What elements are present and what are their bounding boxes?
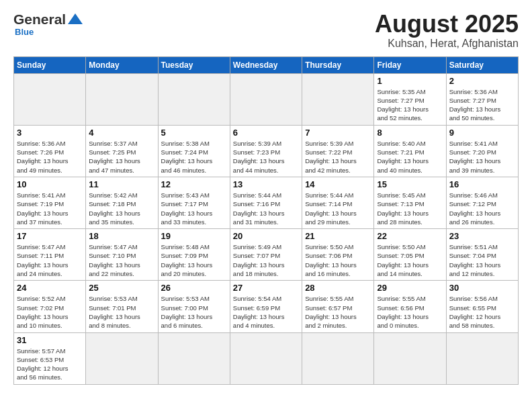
col-sunday: Sunday xyxy=(14,56,86,73)
table-row: 10Sunrise: 5:41 AM Sunset: 7:19 PM Dayli… xyxy=(14,177,86,228)
table-row: 9Sunrise: 5:41 AM Sunset: 7:20 PM Daylig… xyxy=(446,125,518,177)
day-info: Sunrise: 5:55 AM Sunset: 6:57 PM Dayligh… xyxy=(305,294,371,330)
logo-general-text: General xyxy=(13,11,66,28)
day-info: Sunrise: 5:48 AM Sunset: 7:09 PM Dayligh… xyxy=(161,242,227,278)
day-number: 4 xyxy=(89,128,154,138)
table-row xyxy=(86,73,158,125)
day-number: 3 xyxy=(17,128,83,138)
day-number: 27 xyxy=(233,283,299,293)
day-number: 9 xyxy=(449,128,515,138)
page-subtitle: Kuhsan, Herat, Afghanistan xyxy=(375,38,519,50)
day-info: Sunrise: 5:38 AM Sunset: 7:24 PM Dayligh… xyxy=(161,139,227,175)
day-info: Sunrise: 5:39 AM Sunset: 7:22 PM Dayligh… xyxy=(305,139,371,175)
table-row: 6Sunrise: 5:39 AM Sunset: 7:23 PM Daylig… xyxy=(230,125,302,177)
day-info: Sunrise: 5:50 AM Sunset: 7:06 PM Dayligh… xyxy=(305,242,371,278)
day-number: 31 xyxy=(17,335,83,345)
day-info: Sunrise: 5:36 AM Sunset: 7:26 PM Dayligh… xyxy=(17,139,83,175)
day-number: 19 xyxy=(161,231,227,241)
day-number: 17 xyxy=(17,231,83,241)
table-row: 29Sunrise: 5:55 AM Sunset: 6:56 PM Dayli… xyxy=(374,281,446,332)
day-info: Sunrise: 5:53 AM Sunset: 7:00 PM Dayligh… xyxy=(161,294,227,330)
col-tuesday: Tuesday xyxy=(158,56,230,73)
logo-blue-text: Blue xyxy=(15,27,34,37)
table-row: 19Sunrise: 5:48 AM Sunset: 7:09 PM Dayli… xyxy=(158,229,230,281)
table-row: 24Sunrise: 5:52 AM Sunset: 7:02 PM Dayli… xyxy=(14,281,86,332)
day-info: Sunrise: 5:54 AM Sunset: 6:59 PM Dayligh… xyxy=(233,294,299,330)
day-number: 29 xyxy=(377,283,443,293)
table-row: 25Sunrise: 5:53 AM Sunset: 7:01 PM Dayli… xyxy=(86,281,158,332)
table-row xyxy=(374,332,446,384)
logo: General Blue xyxy=(13,11,83,37)
day-info: Sunrise: 5:46 AM Sunset: 7:12 PM Dayligh… xyxy=(449,191,515,226)
day-info: Sunrise: 5:52 AM Sunset: 7:02 PM Dayligh… xyxy=(17,294,83,330)
table-row: 1Sunrise: 5:35 AM Sunset: 7:27 PM Daylig… xyxy=(374,73,446,125)
day-number: 26 xyxy=(161,283,227,293)
calendar: Sunday Monday Tuesday Wednesday Thursday… xyxy=(13,56,519,385)
day-number: 11 xyxy=(89,179,154,189)
table-row: 22Sunrise: 5:50 AM Sunset: 7:05 PM Dayli… xyxy=(374,229,446,281)
table-row: 30Sunrise: 5:56 AM Sunset: 6:55 PM Dayli… xyxy=(446,281,518,332)
table-row xyxy=(230,332,302,384)
day-info: Sunrise: 5:37 AM Sunset: 7:25 PM Dayligh… xyxy=(89,139,154,175)
table-row xyxy=(86,332,158,384)
day-info: Sunrise: 5:40 AM Sunset: 7:21 PM Dayligh… xyxy=(377,139,443,175)
day-number: 24 xyxy=(17,283,83,293)
table-row: 12Sunrise: 5:43 AM Sunset: 7:17 PM Dayli… xyxy=(158,177,230,228)
table-row: 18Sunrise: 5:47 AM Sunset: 7:10 PM Dayli… xyxy=(86,229,158,281)
table-row: 20Sunrise: 5:49 AM Sunset: 7:07 PM Dayli… xyxy=(230,229,302,281)
table-row: 31Sunrise: 5:57 AM Sunset: 6:53 PM Dayli… xyxy=(14,332,86,384)
day-number: 13 xyxy=(233,179,299,189)
day-info: Sunrise: 5:57 AM Sunset: 6:53 PM Dayligh… xyxy=(17,347,83,382)
col-saturday: Saturday xyxy=(446,56,518,73)
day-info: Sunrise: 5:53 AM Sunset: 7:01 PM Dayligh… xyxy=(89,294,154,330)
table-row: 16Sunrise: 5:46 AM Sunset: 7:12 PM Dayli… xyxy=(446,177,518,228)
day-info: Sunrise: 5:41 AM Sunset: 7:20 PM Dayligh… xyxy=(449,139,515,175)
day-info: Sunrise: 5:35 AM Sunset: 7:27 PM Dayligh… xyxy=(377,87,443,123)
day-number: 6 xyxy=(233,128,299,138)
day-info: Sunrise: 5:47 AM Sunset: 7:10 PM Dayligh… xyxy=(89,242,154,278)
day-info: Sunrise: 5:42 AM Sunset: 7:18 PM Dayligh… xyxy=(89,191,154,226)
day-info: Sunrise: 5:44 AM Sunset: 7:14 PM Dayligh… xyxy=(305,191,371,226)
day-number: 10 xyxy=(17,179,83,189)
day-number: 23 xyxy=(449,231,515,241)
day-number: 22 xyxy=(377,231,443,241)
title-block: August 2025 Kuhsan, Herat, Afghanistan xyxy=(375,11,519,50)
day-info: Sunrise: 5:36 AM Sunset: 7:27 PM Dayligh… xyxy=(449,87,515,123)
col-thursday: Thursday xyxy=(302,56,374,73)
table-row xyxy=(14,73,86,125)
day-info: Sunrise: 5:49 AM Sunset: 7:07 PM Dayligh… xyxy=(233,242,299,278)
day-number: 30 xyxy=(449,283,515,293)
table-row: 15Sunrise: 5:45 AM Sunset: 7:13 PM Dayli… xyxy=(374,177,446,228)
day-info: Sunrise: 5:55 AM Sunset: 6:56 PM Dayligh… xyxy=(377,294,443,330)
table-row xyxy=(230,73,302,125)
table-row: 3Sunrise: 5:36 AM Sunset: 7:26 PM Daylig… xyxy=(14,125,86,177)
day-number: 20 xyxy=(233,231,299,241)
day-number: 1 xyxy=(377,76,443,86)
day-info: Sunrise: 5:51 AM Sunset: 7:04 PM Dayligh… xyxy=(449,242,515,278)
day-info: Sunrise: 5:56 AM Sunset: 6:55 PM Dayligh… xyxy=(449,294,515,330)
day-number: 7 xyxy=(305,128,371,138)
table-row: 7Sunrise: 5:39 AM Sunset: 7:22 PM Daylig… xyxy=(302,125,374,177)
col-monday: Monday xyxy=(86,56,158,73)
table-row: 13Sunrise: 5:44 AM Sunset: 7:16 PM Dayli… xyxy=(230,177,302,228)
logo-icon xyxy=(68,12,83,28)
table-row: 2Sunrise: 5:36 AM Sunset: 7:27 PM Daylig… xyxy=(446,73,518,125)
header: General Blue August 2025 Kuhsan, Herat, … xyxy=(13,11,519,50)
day-number: 15 xyxy=(377,179,443,189)
day-info: Sunrise: 5:41 AM Sunset: 7:19 PM Dayligh… xyxy=(17,191,83,226)
page-title: August 2025 xyxy=(375,11,519,38)
day-number: 2 xyxy=(449,76,515,86)
table-row: 27Sunrise: 5:54 AM Sunset: 6:59 PM Dayli… xyxy=(230,281,302,332)
table-row: 4Sunrise: 5:37 AM Sunset: 7:25 PM Daylig… xyxy=(86,125,158,177)
day-number: 28 xyxy=(305,283,371,293)
day-number: 25 xyxy=(89,283,154,293)
table-row xyxy=(302,332,374,384)
col-friday: Friday xyxy=(374,56,446,73)
day-number: 16 xyxy=(449,179,515,189)
table-row: 23Sunrise: 5:51 AM Sunset: 7:04 PM Dayli… xyxy=(446,229,518,281)
svg-marker-0 xyxy=(68,13,83,24)
table-row xyxy=(446,332,518,384)
day-info: Sunrise: 5:44 AM Sunset: 7:16 PM Dayligh… xyxy=(233,191,299,226)
table-row: 14Sunrise: 5:44 AM Sunset: 7:14 PM Dayli… xyxy=(302,177,374,228)
day-number: 18 xyxy=(89,231,154,241)
